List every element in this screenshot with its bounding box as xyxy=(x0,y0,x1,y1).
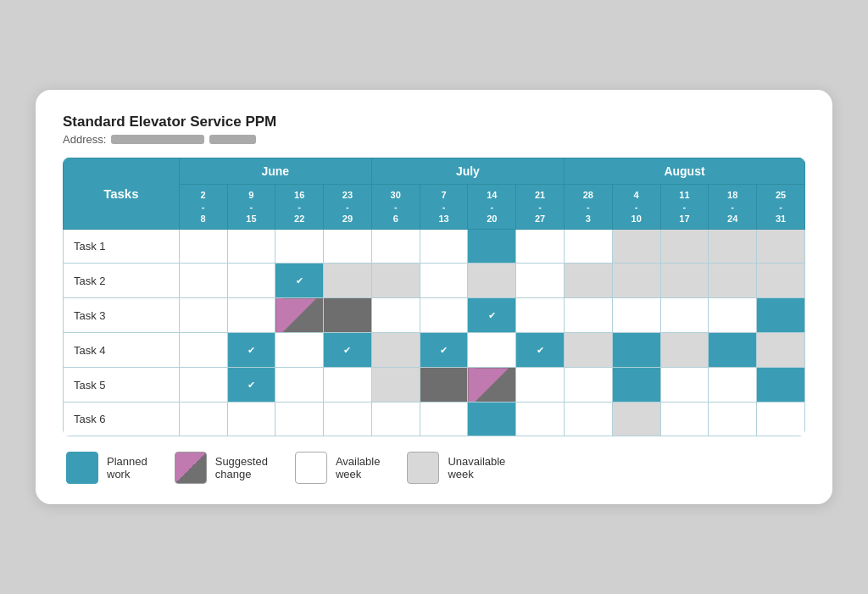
cell-t5-w3 xyxy=(275,368,324,402)
task-body: Task 1Task 2✔Task 3✔Task 4✔✔✔✔Task 5✔Tas… xyxy=(64,230,805,436)
legend-planned-label: Plannedwork xyxy=(107,455,147,480)
cell-t1-w11 xyxy=(660,230,709,264)
cell-t3-w8 xyxy=(516,298,565,333)
cell-t3-w3 xyxy=(275,298,324,333)
legend: Plannedwork Suggestedchange Availablewee… xyxy=(63,452,805,484)
cell-t3-w2 xyxy=(227,298,275,333)
legend-unavailable-label: Unavailableweek xyxy=(448,455,505,480)
cell-t6-w5 xyxy=(371,402,420,436)
task-name-4: Task 4 xyxy=(64,333,180,368)
cell-t6-w6 xyxy=(420,402,468,436)
legend-suggested-label: Suggestedchange xyxy=(215,455,268,480)
cell-t2-w3: ✔ xyxy=(275,264,324,298)
cell-t2-w7 xyxy=(468,264,516,298)
cell-t3-w12 xyxy=(709,298,757,333)
cell-t2-w12 xyxy=(709,264,757,298)
cell-t5-w8 xyxy=(516,368,565,402)
cell-t2-w4 xyxy=(324,264,372,298)
cell-t6-w4 xyxy=(324,402,372,436)
week-header-8: 28-3 xyxy=(564,184,612,230)
address-bar-1 xyxy=(111,135,204,144)
cell-t1-w4 xyxy=(324,230,372,264)
cell-t3-w5 xyxy=(371,298,420,333)
cell-t5-w4 xyxy=(324,368,372,402)
legend-unavailable: Unavailableweek xyxy=(407,452,505,484)
month-header-row: Tasks June July August xyxy=(64,158,805,184)
cell-t1-w2 xyxy=(227,230,275,264)
week-header-5: 7-13 xyxy=(420,184,468,230)
cell-t3-w7: ✔ xyxy=(468,298,516,333)
week-header-7: 21-27 xyxy=(516,184,565,230)
month-august: August xyxy=(564,158,804,184)
cell-t5-w7 xyxy=(468,368,516,402)
cell-t6-w11 xyxy=(660,402,709,436)
address-bar-2 xyxy=(209,135,256,144)
cell-t6-w1 xyxy=(179,402,227,436)
task-name-2: Task 2 xyxy=(64,264,180,298)
cell-t6-w9 xyxy=(564,402,612,436)
legend-planned-box xyxy=(66,452,98,484)
task-row-2: Task 2✔ xyxy=(64,264,805,298)
page-title: Standard Elevator Service PPM xyxy=(63,114,805,130)
week-header-11: 18-24 xyxy=(709,184,757,230)
cell-t1-w12 xyxy=(709,230,757,264)
cell-t1-w7 xyxy=(468,230,516,264)
task-row-1: Task 1 xyxy=(64,230,805,264)
cell-t3-w13 xyxy=(757,298,805,333)
task-name-6: Task 6 xyxy=(64,402,180,436)
tasks-column-header: Tasks xyxy=(64,158,180,230)
schedule-table: Tasks June July August 2-89-1516-2223-29… xyxy=(63,158,805,437)
cell-t6-w7 xyxy=(468,402,516,436)
week-header-4: 30-6 xyxy=(371,184,420,230)
main-card: Standard Elevator Service PPM Address: T… xyxy=(36,90,832,505)
cell-t6-w8 xyxy=(516,402,565,436)
cell-t2-w13 xyxy=(757,264,805,298)
cell-t4-w9 xyxy=(564,333,612,368)
cell-t4-w4: ✔ xyxy=(324,333,372,368)
week-header-2: 16-22 xyxy=(275,184,324,230)
cell-t6-w12 xyxy=(709,402,757,436)
task-row-6: Task 6 xyxy=(64,402,805,436)
cell-t1-w13 xyxy=(757,230,805,264)
address-label: Address: xyxy=(63,133,106,146)
cell-t6-w2 xyxy=(227,402,275,436)
task-row-5: Task 5✔ xyxy=(64,368,805,402)
legend-available: Availableweek xyxy=(295,452,381,484)
cell-t5-w13 xyxy=(757,368,805,402)
cell-t1-w6 xyxy=(420,230,468,264)
legend-suggested: Suggestedchange xyxy=(175,452,268,484)
cell-t4-w11 xyxy=(660,333,709,368)
cell-t5-w11 xyxy=(660,368,709,402)
cell-t2-w1 xyxy=(179,264,227,298)
cell-t4-w3 xyxy=(275,333,324,368)
week-header-9: 4-10 xyxy=(612,184,660,230)
cell-t1-w10 xyxy=(612,230,660,264)
task-name-5: Task 5 xyxy=(64,368,180,402)
task-name-1: Task 1 xyxy=(64,230,180,264)
cell-t3-w6 xyxy=(420,298,468,333)
cell-t4-w12 xyxy=(709,333,757,368)
cell-t3-w11 xyxy=(660,298,709,333)
cell-t1-w3 xyxy=(275,230,324,264)
cell-t3-w1 xyxy=(179,298,227,333)
month-june: June xyxy=(179,158,371,184)
task-name-3: Task 3 xyxy=(64,298,180,333)
cell-t2-w11 xyxy=(660,264,709,298)
cell-t5-w12 xyxy=(709,368,757,402)
cell-t5-w2: ✔ xyxy=(227,368,275,402)
cell-t2-w10 xyxy=(612,264,660,298)
cell-t5-w1 xyxy=(179,368,227,402)
cell-t1-w8 xyxy=(516,230,565,264)
week-header-1: 9-15 xyxy=(227,184,275,230)
legend-available-box xyxy=(295,452,327,484)
cell-t1-w5 xyxy=(371,230,420,264)
cell-t4-w2: ✔ xyxy=(227,333,275,368)
cell-t2-w9 xyxy=(564,264,612,298)
cell-t4-w10 xyxy=(612,333,660,368)
cell-t2-w5 xyxy=(371,264,420,298)
legend-planned: Plannedwork xyxy=(66,452,147,484)
week-header-3: 23-29 xyxy=(324,184,372,230)
cell-t4-w7 xyxy=(468,333,516,368)
legend-available-label: Availableweek xyxy=(336,455,381,480)
cell-t3-w10 xyxy=(612,298,660,333)
